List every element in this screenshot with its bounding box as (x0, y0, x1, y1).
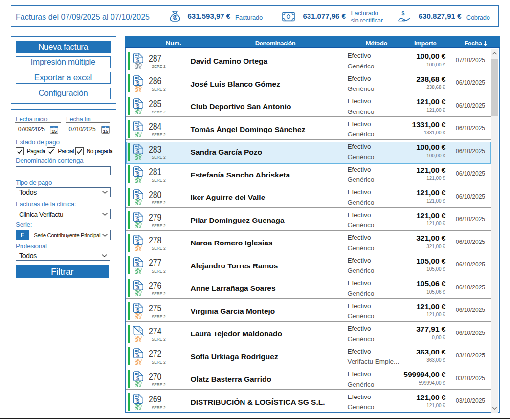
svg-text:$: $ (136, 376, 139, 381)
svg-text:$: $ (136, 285, 139, 290)
svg-text:$: $ (136, 148, 139, 154)
svg-text:$: $ (136, 239, 139, 245)
svg-text:$: $ (136, 262, 139, 267)
svg-text:$: $ (136, 307, 139, 313)
svg-text:$: $ (136, 171, 139, 177)
svg-text:$: $ (174, 15, 177, 20)
svg-text:$: $ (136, 398, 139, 404)
svg-text:$: $ (136, 125, 139, 131)
svg-text:$: $ (136, 216, 139, 222)
svg-text:15: 15 (51, 128, 57, 133)
svg-text:15: 15 (103, 128, 108, 133)
svg-text:$: $ (136, 57, 139, 63)
svg-text:$: $ (136, 80, 139, 86)
svg-text:$: $ (136, 194, 139, 199)
svg-text:$: $ (136, 103, 139, 109)
svg-text:$: $ (401, 11, 404, 16)
svg-text:$: $ (136, 353, 139, 358)
